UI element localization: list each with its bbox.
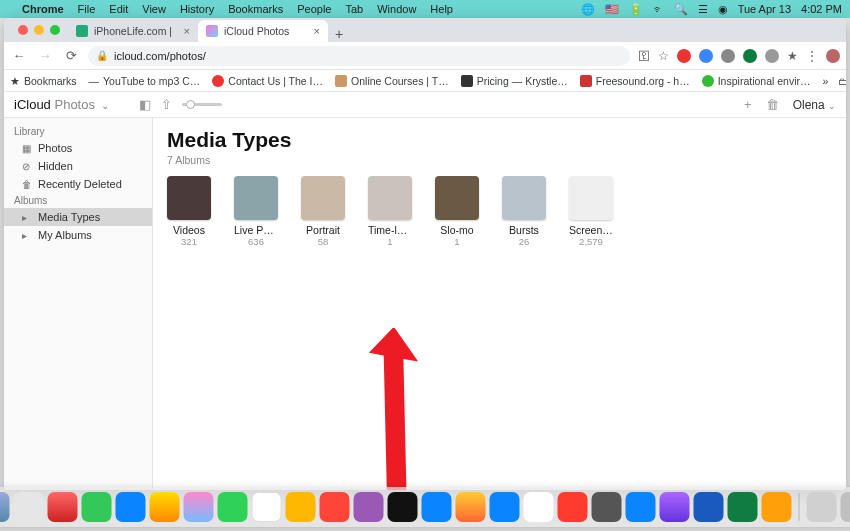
app-title[interactable]: iCloud Photos ⌄ (14, 97, 109, 112)
status-battery-icon[interactable]: 🔋 (629, 3, 643, 16)
menu-bookmarks[interactable]: Bookmarks (228, 3, 283, 15)
menu-window[interactable]: Window (377, 3, 416, 15)
bookmark-youtube[interactable]: —YouTube to mp3 C… (89, 75, 201, 87)
upload-icon[interactable]: ⇧ (161, 97, 172, 112)
extension-icon[interactable] (743, 49, 757, 63)
extensions-menu-icon[interactable]: ★ (787, 49, 798, 63)
dock-app-icon[interactable] (456, 492, 486, 522)
dock-app-icon[interactable] (14, 492, 44, 522)
dock-photos-icon[interactable] (184, 492, 214, 522)
menu-view[interactable]: View (142, 3, 166, 15)
menu-file[interactable]: File (78, 3, 96, 15)
sidebar-item-my-albums[interactable]: ▸My Albums (4, 226, 152, 244)
menu-people[interactable]: People (297, 3, 331, 15)
status-control-center-icon[interactable]: ☰ (698, 3, 708, 16)
dock-podcasts-icon[interactable] (354, 492, 384, 522)
reload-button[interactable]: ⟳ (62, 48, 80, 63)
bookmark-pricing[interactable]: Pricing — Krystle… (461, 75, 568, 87)
forward-button[interactable]: → (36, 48, 54, 63)
menubar-date[interactable]: Tue Apr 13 (738, 3, 791, 15)
album-label: Live Ph… (234, 224, 278, 236)
album-count: 1 (368, 236, 412, 247)
close-tab-icon[interactable]: × (184, 25, 190, 37)
new-tab-button[interactable]: + (328, 26, 350, 42)
menu-tab[interactable]: Tab (345, 3, 363, 15)
status-flag-icon[interactable]: 🇺🇸 (605, 3, 619, 16)
menu-help[interactable]: Help (430, 3, 453, 15)
dock-chrome-icon[interactable] (524, 492, 554, 522)
bookmark-freesound[interactable]: Freesound.org - h… (580, 75, 690, 87)
album-thumbnail (502, 176, 546, 220)
profile-avatar[interactable] (826, 49, 840, 63)
dock-calendar-icon[interactable] (252, 492, 282, 522)
album-timelapse[interactable]: Time-la… 1 (368, 176, 412, 247)
bm-label: Freesound.org - h… (596, 75, 690, 87)
tab-icloud-photos[interactable]: iCloud Photos × (198, 20, 328, 42)
dock-downloads-icon[interactable] (807, 492, 837, 522)
dock-messages-icon[interactable] (82, 492, 112, 522)
user-menu[interactable]: Olena ⌄ (793, 98, 836, 112)
albums-grid: Videos 321 Live Ph… 636 Portrait 58 (167, 176, 832, 247)
status-search-icon[interactable]: 🔍 (674, 3, 688, 16)
dock-app-icon[interactable] (286, 492, 316, 522)
status-wifi-icon[interactable]: ᯤ (653, 3, 664, 15)
dock-tv-icon[interactable] (388, 492, 418, 522)
menubar-app[interactable]: Chrome (22, 3, 64, 15)
album-bursts[interactable]: Bursts 26 (502, 176, 546, 247)
menubar-time[interactable]: 4:02 PM (801, 3, 842, 15)
dock-facetime-icon[interactable] (218, 492, 248, 522)
dock-app-icon[interactable] (48, 492, 78, 522)
close-window-icon[interactable] (18, 25, 28, 35)
sidebar-item-hidden[interactable]: ⊘Hidden (4, 157, 152, 175)
star-icon[interactable]: ☆ (658, 49, 669, 63)
minimize-window-icon[interactable] (34, 25, 44, 35)
album-slomo[interactable]: Slo-mo 1 (435, 176, 479, 247)
key-icon[interactable]: ⚿ (638, 49, 650, 63)
sidebar-item-recently-deleted[interactable]: 🗑Recently Deleted (4, 175, 152, 193)
dock-app-icon[interactable] (150, 492, 180, 522)
close-tab-icon[interactable]: × (314, 25, 320, 37)
bookmark-inspirational[interactable]: Inspirational envir… (702, 75, 811, 87)
extension-icon[interactable] (721, 49, 735, 63)
dock-music-icon[interactable] (320, 492, 350, 522)
back-button[interactable]: ← (10, 48, 28, 63)
tab-iphonelife[interactable]: iPhoneLife.com | × (68, 20, 198, 42)
sidebar-item-media-types[interactable]: ▸Media Types (4, 208, 152, 226)
dock-mail-icon[interactable] (116, 492, 146, 522)
album-live-photos[interactable]: Live Ph… 636 (234, 176, 278, 247)
sidebar-item-photos[interactable]: ▦Photos (4, 139, 152, 157)
status-globe-icon[interactable]: 🌐 (581, 3, 595, 16)
add-button[interactable]: + (744, 97, 752, 112)
dock-trash-icon[interactable] (841, 492, 851, 522)
dock-app-icon[interactable] (592, 492, 622, 522)
other-bookmarks[interactable]: 🗀Other Bookmarks (838, 75, 846, 87)
bookmarks-folder[interactable]: ★Bookmarks (10, 75, 77, 87)
dock-finder-icon[interactable] (0, 492, 10, 522)
extension-icon[interactable] (699, 49, 713, 63)
bookmark-contact[interactable]: Contact Us | The I… (212, 75, 323, 87)
dock-appstore-icon[interactable] (422, 492, 452, 522)
dock-excel-icon[interactable] (728, 492, 758, 522)
dock-app-icon[interactable] (762, 492, 792, 522)
menu-history[interactable]: History (180, 3, 214, 15)
url-input[interactable]: 🔒 icloud.com/photos/ (88, 46, 630, 66)
fullscreen-window-icon[interactable] (50, 25, 60, 35)
chrome-menu-icon[interactable]: ⋮ (806, 49, 818, 63)
menu-edit[interactable]: Edit (109, 3, 128, 15)
dock-app-icon[interactable] (660, 492, 690, 522)
zoom-slider[interactable] (182, 103, 222, 106)
status-siri-icon[interactable]: ◉ (718, 3, 728, 16)
album-screenshots[interactable]: Screens… 2,579 (569, 176, 613, 247)
dock-app-icon[interactable] (626, 492, 656, 522)
extension-icon[interactable] (765, 49, 779, 63)
trash-icon[interactable]: 🗑 (766, 97, 779, 112)
dock-news-icon[interactable] (558, 492, 588, 522)
extension-icon[interactable] (677, 49, 691, 63)
bookmarks-overflow[interactable]: » (823, 75, 829, 87)
dock-safari-icon[interactable] (490, 492, 520, 522)
album-portrait[interactable]: Portrait 58 (301, 176, 345, 247)
album-videos[interactable]: Videos 321 (167, 176, 211, 247)
dock-word-icon[interactable] (694, 492, 724, 522)
bookmark-courses[interactable]: Online Courses | T… (335, 75, 449, 87)
sidebar-toggle-icon[interactable]: ◧ (139, 97, 151, 112)
